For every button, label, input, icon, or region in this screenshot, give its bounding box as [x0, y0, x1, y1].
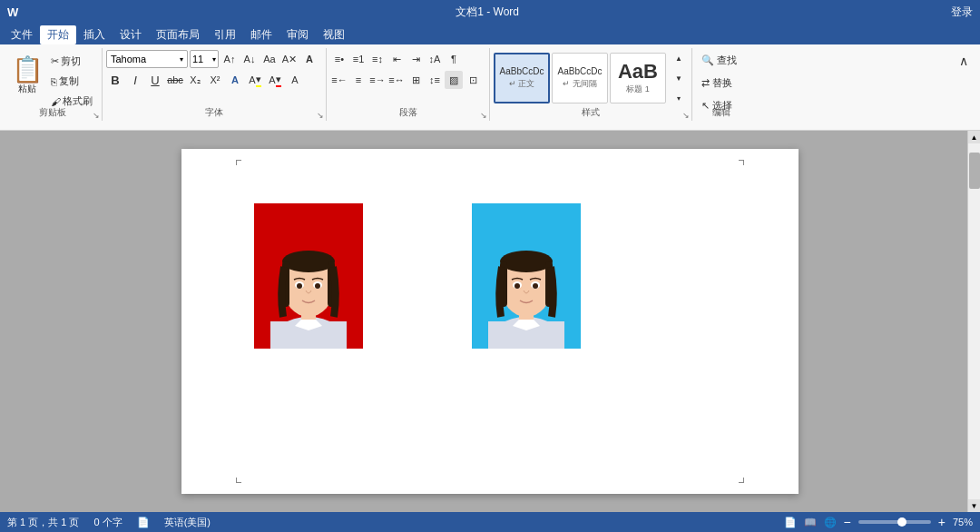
corner-br [739, 478, 744, 483]
show-marks-button[interactable]: ¶ [445, 50, 463, 68]
style-no-space[interactable]: AaBbCcDc ↵ 无间隔 [552, 53, 608, 103]
clipboard-expand-icon[interactable]: ↘ [93, 111, 100, 120]
bold-button[interactable]: B [106, 71, 124, 89]
menu-mailings[interactable]: 邮件 [243, 25, 279, 44]
style-normal[interactable]: AaBbCcDc ↵ 正文 [494, 53, 550, 103]
subscript-button[interactable]: X₂ [186, 71, 204, 89]
font-expand-icon[interactable]: ↘ [317, 111, 324, 120]
photo-blue [472, 203, 581, 349]
styles-group-label: 样式 [490, 106, 691, 119]
decrease-font-button[interactable]: A↓ [240, 50, 259, 68]
sort-button[interactable]: ↕A [426, 50, 444, 68]
zoom-thumb[interactable] [897, 517, 906, 527]
styles-group: AaBbCcDc ↵ 正文 AaBbCcDc ↵ 无间隔 AaB 标题 1 ▲ … [490, 48, 692, 121]
text-effects-button[interactable]: A [226, 71, 244, 89]
columns-button[interactable]: ⊞ [407, 71, 425, 89]
login-button[interactable]: 登录 [951, 5, 973, 20]
increase-indent-button[interactable]: ⇥ [407, 50, 425, 68]
bullet-list-button[interactable]: ≡• [330, 50, 348, 68]
svg-point-13 [297, 283, 302, 289]
font-color-button[interactable]: A▾ [266, 71, 284, 89]
menu-references[interactable]: 引用 [207, 25, 243, 44]
paste-label: 粘贴 [18, 83, 36, 95]
highlight-color-button[interactable]: A▾ [246, 71, 264, 89]
corner-tr [739, 160, 744, 165]
borders-button[interactable]: ⊡ [464, 71, 482, 89]
font-case-button[interactable]: Aa [260, 50, 279, 68]
underline-button[interactable]: U [146, 71, 164, 89]
replace-button[interactable]: ⇄ 替换 [696, 73, 738, 94]
font-size-selector[interactable]: 11 ▾ [190, 50, 219, 68]
justify-button[interactable]: ≡↔ [387, 71, 406, 89]
menu-home[interactable]: 开始 [40, 25, 76, 44]
title-bar: W 文档1 - Word 登录 [0, 0, 980, 25]
line-spacing-button[interactable]: ↕≡ [426, 71, 444, 89]
view-web-icon[interactable]: 🌐 [824, 517, 837, 528]
person-blue-svg [472, 203, 581, 349]
zoom-out-button[interactable]: − [844, 515, 851, 529]
decrease-indent-button[interactable]: ⇤ [387, 50, 406, 68]
menu-design[interactable]: 设计 [113, 25, 149, 44]
document-area[interactable]: ▲ ▼ [0, 131, 980, 512]
menu-insert[interactable]: 插入 [76, 25, 113, 44]
menu-view[interactable]: 视图 [316, 25, 352, 44]
style-h1-preview: AaB [618, 62, 658, 82]
styles-expand-icon[interactable]: ↘ [682, 111, 690, 120]
scrollbar-right: ▲ ▼ [967, 131, 980, 512]
zoom-in-button[interactable]: + [938, 515, 946, 529]
zoom-percent[interactable]: 75% [953, 517, 973, 527]
strikethrough-button[interactable]: abc [166, 71, 184, 89]
font-group-label: 字体 [103, 106, 326, 119]
numbered-list-button[interactable]: ≡1 [349, 50, 368, 68]
scroll-down-button[interactable]: ▼ [968, 499, 981, 512]
para-row2: ≡← ≡ ≡→ ≡↔ ⊞ ↕≡ ▨ ⊡ [330, 71, 482, 89]
menu-review[interactable]: 审阅 [279, 25, 316, 44]
find-button[interactable]: 🔍 查找 [696, 50, 742, 71]
corner-bl [236, 478, 241, 483]
photos-row [254, 203, 780, 349]
view-read-icon[interactable]: 📖 [804, 517, 817, 528]
style-scroll-down-button[interactable]: ▼ [670, 69, 688, 87]
align-left-button[interactable]: ≡← [330, 71, 348, 89]
font-dropdown-icon: ▾ [180, 55, 183, 64]
superscript-button[interactable]: X² [206, 71, 224, 89]
menu-file[interactable]: 文件 [4, 25, 40, 44]
italic-button[interactable]: I [126, 71, 144, 89]
menu-layout[interactable]: 页面布局 [149, 25, 207, 44]
style-scroll-up-button[interactable]: ▲ [670, 49, 688, 67]
document-page [181, 149, 799, 494]
photo-blue-wrapper [472, 203, 581, 349]
language: 英语(美国) [164, 516, 211, 529]
svg-point-28 [514, 283, 520, 289]
page-count: 第 1 页，共 1 页 [7, 516, 79, 529]
zoom-slider[interactable] [858, 520, 931, 524]
align-right-button[interactable]: ≡→ [368, 71, 387, 89]
align-center-button[interactable]: ≡ [349, 71, 368, 89]
copy-button[interactable]: ⎘ 复制 [47, 72, 96, 91]
multilevel-list-button[interactable]: ≡↕ [368, 50, 387, 68]
text-border-button[interactable]: A [286, 71, 304, 89]
paste-button[interactable]: 📋 粘贴 [7, 50, 47, 103]
style-more-button[interactable]: ▾ [670, 89, 688, 107]
style-heading1[interactable]: AaB 标题 1 [610, 53, 666, 103]
cut-button[interactable]: ✂ 剪切 [47, 52, 96, 71]
increase-font-button[interactable]: A↑ [220, 50, 239, 68]
ribbon-collapse-button[interactable]: ∧ [955, 52, 973, 70]
scroll-up-button[interactable]: ▲ [968, 131, 981, 143]
view-normal-icon[interactable]: 📄 [784, 517, 797, 528]
svg-point-23 [500, 251, 553, 272]
corner-tl [236, 160, 241, 165]
font-name: Tahoma [111, 54, 146, 64]
paragraph-expand-icon[interactable]: ↘ [480, 111, 487, 120]
clear-format-button[interactable]: A✕ [280, 50, 299, 68]
clipboard-group: 📋 粘贴 ✂ 剪切 ⎘ 复制 🖌 格式刷 [4, 48, 103, 121]
style-nospace-label: ↵ 无间隔 [563, 78, 597, 90]
style-nospace-preview: AaBbCcDc [558, 66, 603, 76]
photo-red [254, 203, 363, 349]
font-selector[interactable]: Tahoma ▾ [106, 50, 188, 68]
shading-button[interactable]: ▨ [445, 71, 463, 89]
find-label: 查找 [717, 54, 737, 67]
scroll-thumb[interactable] [969, 153, 980, 189]
editing-group-label: 编辑 [692, 106, 750, 119]
text-highlight-button[interactable]: A [300, 50, 318, 68]
